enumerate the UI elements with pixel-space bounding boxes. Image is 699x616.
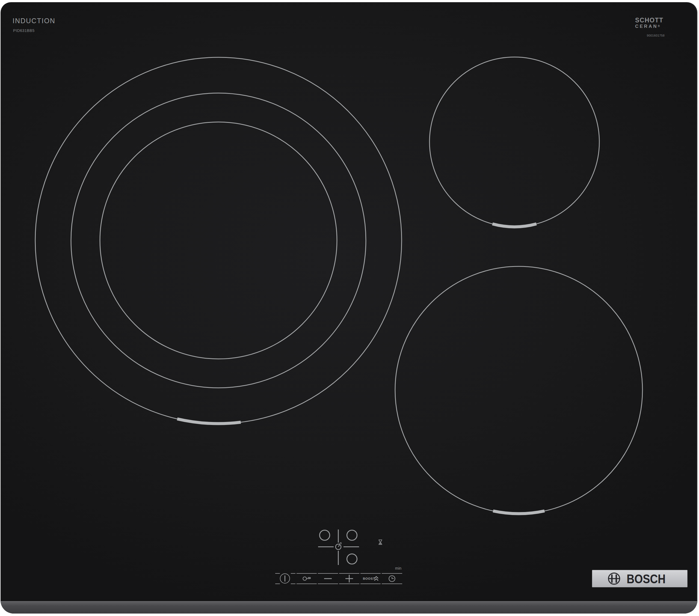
timer-button[interactable] <box>382 573 402 584</box>
timer-clock-icon <box>382 574 402 584</box>
plus-icon <box>339 574 359 584</box>
power-button[interactable] <box>275 573 295 584</box>
bosch-logo-icon <box>608 572 621 585</box>
plus-button[interactable] <box>339 573 359 584</box>
schott-logo-line1: SCHOTT <box>635 17 666 24</box>
registered-mark: ® <box>658 25 660 28</box>
timer-minutes-label: min <box>395 566 401 571</box>
glass-serial-code: 9001601758 <box>636 34 664 37</box>
schott-logo-line2: CERAN® <box>635 24 666 29</box>
model-number: PID631BB5 <box>13 28 35 33</box>
strip-line <box>291 584 295 584</box>
strip-line <box>275 584 280 584</box>
strip-line <box>291 573 295 574</box>
power-icon <box>280 573 290 584</box>
boost-chevrons-icon <box>360 574 381 584</box>
glass-panel <box>1 2 697 614</box>
child-lock-button[interactable] <box>296 573 317 584</box>
minus-button[interactable] <box>318 573 338 584</box>
strip-line <box>275 573 280 574</box>
type-label: INDUCTION <box>13 17 55 25</box>
minus-icon <box>318 574 338 584</box>
front-bevel-edge <box>1 600 697 614</box>
boost-button[interactable]: BOOST <box>360 573 381 584</box>
bosch-badge: BOSCH <box>592 570 687 587</box>
bosch-logo-text: BOSCH <box>627 571 666 586</box>
induction-hob-photo: INDUCTION PID631BB5 SCHOTT CERAN® 900160… <box>0 0 699 616</box>
schott-ceran-logo: SCHOTT CERAN® <box>635 17 666 29</box>
child-lock-key-icon <box>296 574 317 584</box>
